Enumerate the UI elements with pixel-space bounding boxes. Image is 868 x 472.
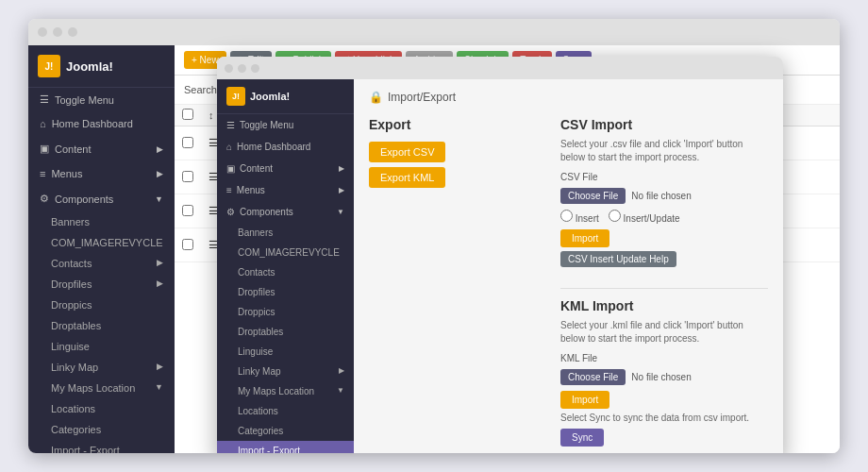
popup-sidebar-droppics[interactable]: Droppics bbox=[217, 302, 354, 322]
linky-map-label: Linky Map bbox=[51, 362, 98, 373]
popup-sidebar-linky-map[interactable]: Linky Map ▶ bbox=[217, 362, 354, 381]
popup-sidebar-home[interactable]: ⌂ Home Dashboard bbox=[217, 136, 354, 158]
import-export-label: Import - Export bbox=[51, 445, 120, 453]
sidebar-item-import-export[interactable]: Import - Export bbox=[28, 440, 175, 453]
search-label: Search bbox=[184, 84, 217, 95]
browser-dot-3 bbox=[68, 27, 77, 37]
popup-sidebar-menus[interactable]: ≡ Menus ▶ bbox=[217, 179, 354, 201]
popup-linky-map-label: Linky Map bbox=[238, 366, 281, 377]
csv-import-description: Select your .csv file and click 'Import'… bbox=[560, 138, 768, 164]
home-icon: ⌂ bbox=[40, 118, 46, 129]
kml-choose-file-button[interactable]: Choose File bbox=[560, 369, 626, 385]
sidebar-item-droppics[interactable]: Droppics bbox=[28, 295, 175, 315]
csv-import-button[interactable]: Import bbox=[560, 229, 609, 247]
droppics-label: Droppics bbox=[51, 299, 92, 311]
sidebar-logo-text: Joomla! bbox=[66, 59, 113, 74]
sidebar-item-linguise[interactable]: Linguise bbox=[28, 336, 175, 357]
popup-my-maps-label: My Maps Location bbox=[238, 386, 314, 396]
popup-header-icon: 🔒 bbox=[369, 91, 383, 104]
menus-arrow-icon: ▶ bbox=[157, 169, 163, 178]
popup-sidebar-import-export[interactable]: Import - Export bbox=[217, 441, 354, 453]
components-icon: ⚙ bbox=[40, 193, 49, 205]
row-checkbox[interactable] bbox=[182, 239, 193, 250]
popup-sidebar-banners[interactable]: Banners bbox=[217, 223, 354, 243]
popup-menus-label: Menus bbox=[237, 185, 265, 195]
my-maps-location-label: My Maps Location bbox=[51, 382, 135, 394]
popup-sidebar-categories[interactable]: Categories bbox=[217, 421, 354, 441]
insert-update-radio[interactable] bbox=[609, 210, 621, 222]
popup-import-export-label: Import - Export bbox=[238, 446, 300, 453]
export-kml-button[interactable]: Export KML bbox=[369, 167, 445, 188]
popup-sidebar-droptables[interactable]: Droptables bbox=[217, 322, 354, 342]
popup-sidebar-com-imagerevycle[interactable]: COM_IMAGEREVYCLE bbox=[217, 243, 354, 262]
popup-contacts-label: Contacts bbox=[238, 267, 275, 278]
export-csv-button[interactable]: Export CSV bbox=[369, 142, 445, 162]
kml-sync-button[interactable]: Sync bbox=[560, 429, 604, 447]
csv-radio-row: Insert Insert/Update bbox=[560, 210, 768, 224]
kml-import-button[interactable]: Import bbox=[560, 391, 609, 409]
csv-help-button[interactable]: CSV Insert Update Help bbox=[560, 251, 676, 267]
sidebar-item-toggle-menu[interactable]: ☰ Toggle Menu bbox=[28, 88, 175, 111]
toggle-menu-label: Toggle Menu bbox=[55, 94, 114, 106]
sidebar-item-banners[interactable]: Banners bbox=[28, 211, 175, 232]
content-arrow-icon: ▶ bbox=[157, 144, 163, 154]
popup-sidebar-linguise[interactable]: Linguise bbox=[217, 342, 354, 362]
popup-titlebar bbox=[217, 57, 783, 79]
dropfiles-arrow-icon: ▶ bbox=[157, 278, 163, 288]
csv-import-title: CSV Import bbox=[560, 117, 768, 132]
droptables-label: Droptables bbox=[51, 320, 101, 331]
popup-home-label: Home Dashboard bbox=[237, 142, 310, 152]
popup-body: J! Joomla! ☰ Toggle Menu ⌂ Home Dashboar… bbox=[217, 79, 783, 453]
sidebar-item-categories[interactable]: Categories bbox=[28, 419, 175, 440]
popup-banners-label: Banners bbox=[238, 228, 273, 238]
csv-file-row: CSV File bbox=[560, 172, 768, 182]
popup-sidebar-my-maps-location[interactable]: My Maps Location ▼ bbox=[217, 381, 354, 401]
popup-components-label: Components bbox=[240, 207, 293, 217]
insert-radio[interactable] bbox=[560, 210, 573, 222]
popup-categories-label: Categories bbox=[238, 426, 283, 436]
kml-no-file-label: No file chosen bbox=[631, 372, 691, 382]
popup-my-maps-arrow: ▼ bbox=[337, 386, 344, 395]
sidebar: J! Joomla! ☰ Toggle Menu ⌂ Home Dashboar… bbox=[28, 45, 175, 453]
sidebar-item-contacts[interactable]: Contacts ▶ bbox=[28, 253, 175, 274]
popup-sidebar-content[interactable]: ▣ Content ▶ bbox=[217, 158, 354, 179]
popup-home-icon: ⌂ bbox=[226, 142, 232, 152]
row-checkbox[interactable] bbox=[182, 137, 193, 148]
popup-sidebar-toggle[interactable]: ☰ Toggle Menu bbox=[217, 114, 354, 136]
row-checkbox[interactable] bbox=[182, 171, 193, 182]
row-checkbox-cell bbox=[175, 160, 201, 194]
sidebar-item-home[interactable]: ⌂ Home Dashboard bbox=[28, 111, 175, 136]
sidebar-item-menus[interactable]: ≡ Menus ▶ bbox=[28, 161, 175, 186]
linguise-label: Linguise bbox=[51, 341, 90, 352]
popup-linguise-label: Linguise bbox=[238, 346, 273, 357]
sidebar-item-content[interactable]: ▣ Content ▶ bbox=[28, 136, 175, 161]
csv-choose-file-button[interactable]: Choose File bbox=[560, 188, 626, 204]
sidebar-item-droptables[interactable]: Droptables bbox=[28, 315, 175, 336]
popup-toggle-icon: ☰ bbox=[226, 120, 235, 130]
popup-components-arrow: ▼ bbox=[337, 208, 344, 216]
sidebar-item-linky-map[interactable]: Linky Map ▶ bbox=[28, 357, 175, 378]
popup-sidebar: J! Joomla! ☰ Toggle Menu ⌂ Home Dashboar… bbox=[217, 79, 354, 453]
row-checkbox-cell bbox=[175, 228, 201, 262]
content-label: Content bbox=[55, 143, 92, 155]
row-checkbox-cell bbox=[175, 126, 201, 160]
popup-sidebar-dropfiles[interactable]: Dropfiles bbox=[217, 282, 354, 302]
popup-window: J! Joomla! ☰ Toggle Menu ⌂ Home Dashboar… bbox=[217, 57, 783, 453]
sidebar-item-my-maps-location[interactable]: My Maps Location ▼ bbox=[28, 378, 175, 398]
sidebar-item-dropfiles[interactable]: Dropfiles ▶ bbox=[28, 274, 175, 295]
popup-sidebar-logo: J! Joomla! bbox=[217, 79, 354, 114]
csv-file-label: CSV File bbox=[560, 172, 597, 182]
popup-header-text: Import/Export bbox=[388, 91, 456, 104]
sidebar-item-com-imagerevycle[interactable]: COM_IMAGEREVYCLE bbox=[28, 232, 175, 253]
popup-sidebar-components[interactable]: ⚙ Components ▼ bbox=[217, 201, 354, 223]
toggle-menu-icon: ☰ bbox=[40, 93, 49, 106]
kml-import-title: KML Import bbox=[560, 298, 768, 313]
popup-components-icon: ⚙ bbox=[226, 207, 235, 217]
row-checkbox[interactable] bbox=[182, 205, 193, 216]
select-all-checkbox[interactable] bbox=[182, 109, 193, 120]
insert-label-text: Insert bbox=[576, 213, 599, 224]
popup-sidebar-locations[interactable]: Locations bbox=[217, 401, 354, 421]
popup-sidebar-contacts[interactable]: Contacts bbox=[217, 262, 354, 282]
sidebar-item-components[interactable]: ⚙ Components ▼ bbox=[28, 186, 175, 211]
sidebar-item-locations[interactable]: Locations bbox=[28, 398, 175, 419]
